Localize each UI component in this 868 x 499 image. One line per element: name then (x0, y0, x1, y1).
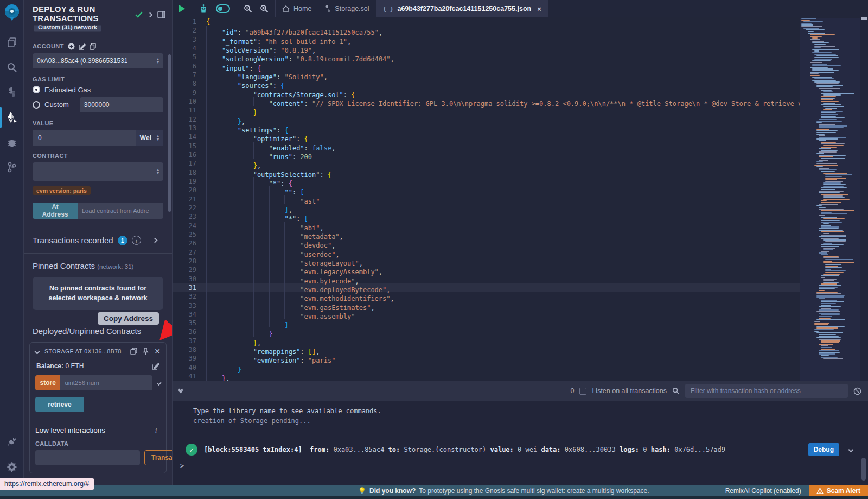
code-line[interactable]: 28"storageLayout", (173, 257, 868, 266)
code-line[interactable]: 12}, (173, 115, 868, 124)
minimap[interactable] (800, 18, 860, 381)
file-explorer-icon[interactable] (0, 30, 24, 55)
git-icon[interactable] (0, 155, 24, 180)
code-line[interactable]: 41}, (173, 372, 868, 381)
code-line[interactable]: 3"_format": "hh-sol-build-info-1", (173, 35, 868, 44)
estimated-gas-option[interactable]: Estimated Gas (33, 86, 163, 94)
code-line[interactable]: 18"outputSelection": { (173, 168, 868, 177)
ai-copilot-robot-icon[interactable] (199, 4, 208, 14)
code-line[interactable]: 31"evm.deployedBytecode", (173, 283, 868, 292)
code-line[interactable]: 34"evm.assembly" (173, 310, 868, 319)
zoom-in-icon[interactable] (260, 4, 269, 13)
at-address-input[interactable] (78, 203, 163, 219)
tab-build-info-json[interactable]: { } a69b43f277ba20fcac141151250ca755.jso… (376, 0, 548, 17)
tx-expand-chevron-icon[interactable] (848, 447, 854, 452)
code-line[interactable]: 22], (173, 204, 868, 212)
deploy-and-run-icon[interactable] (0, 105, 24, 130)
retrieve-button[interactable]: retrieve (35, 397, 84, 412)
code-line[interactable]: 16"runs": 200 (173, 150, 868, 159)
solidity-compiler-icon[interactable] (0, 80, 24, 105)
settings-gear-icon[interactable] (0, 457, 24, 477)
custom-gas-radio[interactable] (33, 101, 40, 109)
code-line[interactable]: 29"evm.legacyAssembly", (173, 266, 868, 274)
at-address-button[interactable]: At Address (33, 203, 78, 219)
terminal-prompt[interactable]: > (180, 462, 184, 470)
tab-storage-sol[interactable]: Storage.sol (318, 0, 376, 17)
search-icon[interactable] (0, 55, 24, 80)
transaction-log-row[interactable]: ✓ [block:5583405 txIndex:4] from: 0xa03.… (180, 440, 868, 459)
code-line[interactable]: 24"abi", (173, 222, 868, 230)
code-line[interactable]: 13"settings": { (173, 124, 868, 132)
run-script-play-icon[interactable] (179, 5, 185, 12)
account-select[interactable]: 0xA03...85ac4 (0.39866531531 ▴▾ (33, 53, 163, 68)
calldata-input[interactable] (35, 450, 140, 465)
debugger-icon[interactable] (0, 130, 24, 155)
editor-scrollbar-thumb[interactable] (861, 17, 867, 20)
store-expand-chevron-icon[interactable] (157, 381, 162, 385)
add-account-icon[interactable] (68, 43, 75, 50)
scam-alert-button[interactable]: Scam Alert (809, 485, 868, 496)
edit-balance-icon[interactable] (152, 362, 159, 370)
code-line[interactable]: 27"userdoc", (173, 248, 868, 257)
code-line[interactable]: 14"optimizer": { (173, 132, 868, 141)
code-line[interactable]: 9"contracts/Storage.sol": { (173, 89, 868, 97)
transactions-recorded-row[interactable]: Transactions recorded 1 i (24, 228, 172, 253)
copilot-toggle[interactable] (216, 4, 230, 13)
code-line[interactable]: 4"solcVersion": "0.8.19", (173, 44, 868, 53)
plugin-manager-icon[interactable] (0, 432, 24, 452)
code-area[interactable]: 1{2"id": "a69b43f277ba20fcac141151250ca7… (173, 17, 868, 381)
pin-panel-icon[interactable] (157, 11, 165, 18)
panel-scrollbar[interactable] (168, 54, 171, 212)
code-line[interactable]: 21"ast" (173, 195, 868, 204)
terminal-body[interactable]: Type the library name to see available c… (173, 401, 868, 485)
terminal-collapse-icon[interactable] (179, 389, 182, 393)
remove-contract-icon[interactable]: ✕ (154, 347, 161, 356)
code-line[interactable]: 2"id": "a69b43f277ba20fcac141151250ca755… (173, 26, 868, 35)
pin-contract-icon[interactable] (142, 348, 149, 355)
edit-account-icon[interactable] (79, 43, 86, 50)
tab-home[interactable]: Home (276, 0, 318, 17)
contract-select[interactable]: ▴▾ (33, 162, 163, 181)
value-input[interactable]: 0 (33, 130, 136, 146)
copilot-status[interactable]: RemixAI Copilot (enabled) (725, 487, 801, 495)
debug-button[interactable]: Debug (808, 443, 839, 456)
editor-vertical-scrollbar[interactable] (860, 17, 868, 381)
code-line[interactable]: 38"remappings": [], (173, 345, 868, 354)
code-line[interactable]: 15"enabled": false, (173, 142, 868, 150)
copy-account-icon[interactable] (90, 43, 96, 50)
value-unit-select[interactable]: Wei ▴▾ (136, 130, 163, 146)
copy-address-icon[interactable] (130, 348, 137, 355)
transaction-filter-input[interactable] (685, 384, 848, 398)
transactions-expand-chevron-icon[interactable] (152, 238, 157, 243)
code-line[interactable]: 7"language": "Solidity", (173, 71, 868, 79)
code-editor[interactable]: 1{2"id": "a69b43f277ba20fcac141151250ca7… (173, 17, 868, 381)
code-line[interactable]: 20"": [ (173, 186, 868, 194)
transact-button[interactable]: Transact (144, 450, 173, 465)
code-line[interactable]: 37}, (173, 337, 868, 345)
custom-gas-input[interactable]: 3000000 (80, 97, 163, 112)
code-line[interactable]: 26"devdoc", (173, 239, 868, 248)
contract-collapse-chevron-icon[interactable] (35, 349, 40, 354)
code-line[interactable]: 8"sources": { (173, 79, 868, 88)
store-arg-input[interactable] (60, 375, 152, 390)
code-line[interactable]: 32"evm.methodIdentifiers", (173, 292, 868, 301)
value-unit-stepper-icon[interactable]: ▴▾ (154, 135, 159, 141)
code-line[interactable]: 25"metadata", (173, 230, 868, 239)
code-line[interactable]: 33"evm.gasEstimates", (173, 301, 868, 310)
estimated-gas-radio[interactable] (33, 86, 40, 93)
code-line[interactable]: 19"*": { (173, 177, 868, 186)
code-line[interactable]: 39"evmVersion": "paris" (173, 354, 868, 363)
clear-console-icon[interactable] (853, 387, 861, 395)
remix-logo-icon[interactable] (2, 3, 22, 22)
close-tab-icon[interactable]: × (537, 5, 541, 13)
code-line[interactable]: 10"content": "// SPDX-License-Identifier… (173, 97, 868, 106)
terminal-scrollbar-thumb[interactable] (861, 458, 866, 481)
listen-all-checkbox[interactable] (579, 388, 586, 395)
code-line[interactable]: 30"evm.bytecode", (173, 275, 868, 283)
account-select-stepper-icon[interactable]: ▴▾ (154, 58, 159, 64)
store-button[interactable]: store (35, 375, 60, 390)
code-line[interactable]: 23"*": [ (173, 212, 868, 221)
contract-select-stepper-icon[interactable]: ▴▾ (154, 168, 159, 175)
zoom-out-icon[interactable] (244, 4, 252, 13)
code-line[interactable]: 36} (173, 327, 868, 336)
